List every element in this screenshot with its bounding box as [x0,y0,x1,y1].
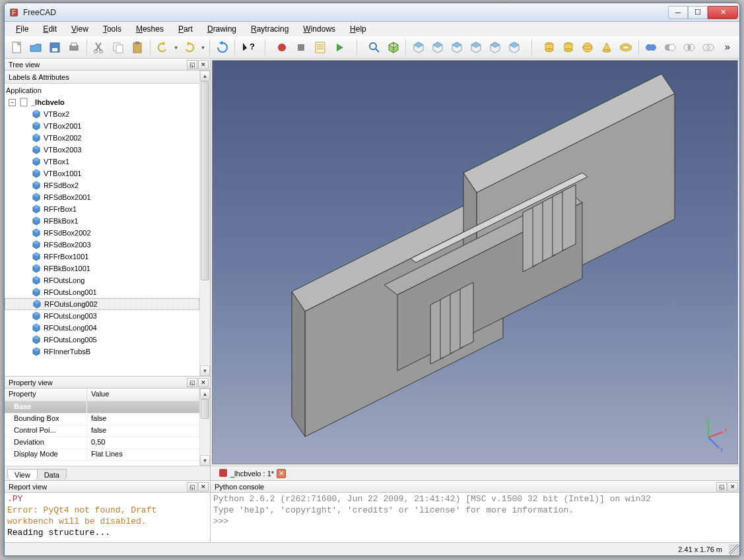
close-button[interactable]: ✕ [708,6,738,19]
new-doc-icon[interactable] [7,38,25,57]
dock-button[interactable]: ◱ [187,378,197,387]
menu-help[interactable]: Help [343,22,374,36]
panel-close-button[interactable]: ✕ [198,482,209,491]
save-icon[interactable] [46,38,63,57]
menu-raytracing[interactable]: Raytracing [244,22,296,36]
cylinder2-icon[interactable] [559,38,577,57]
back-icon[interactable] [467,38,485,57]
menu-windows[interactable]: Windows [296,22,343,36]
tree-root[interactable]: Application [5,84,199,96]
property-row[interactable]: Bounding Boxfalse [5,414,199,425]
play-icon[interactable] [331,38,349,57]
torus-icon[interactable] [617,38,634,57]
scroll-down-button[interactable]: ▼ [200,365,210,376]
bool-union-icon[interactable] [642,38,660,57]
tree-item[interactable]: VTBox1 [5,156,199,168]
document-tab[interactable]: _lhcbvelo : 1* ✕ [215,467,290,480]
report-body[interactable]: .PYError: PyQt4 not found, Draftworkbenc… [5,493,210,542]
macro-icon[interactable] [312,38,329,57]
tree-item[interactable]: RFOutsLong004 [5,322,199,334]
property-scrollbar[interactable]: ▲ ▼ [199,389,210,466]
menu-tools[interactable]: Tools [96,22,129,36]
cone-icon[interactable] [597,38,615,57]
tab-close-button[interactable]: ✕ [277,469,286,478]
menu-file[interactable]: File [9,22,36,36]
scroll-down-button[interactable]: ▼ [200,455,210,466]
col-property[interactable]: Property [5,389,87,401]
bottom-icon[interactable] [487,38,504,57]
tree-scrollbar[interactable]: ▲ ▼ [199,71,210,376]
iso-icon[interactable] [384,38,402,57]
tree-item[interactable]: RFOutsLong001 [5,286,199,298]
dock-button[interactable]: ◱ [187,482,197,491]
dropdown-arrow-icon[interactable]: ▼ [200,45,207,51]
property-tab-view[interactable]: View [7,469,38,480]
whatsthis-icon[interactable]: ? [238,38,256,57]
zoom-fit-icon[interactable] [365,38,383,57]
sphere-icon[interactable] [578,38,596,57]
minimize-button[interactable]: ─ [668,6,688,19]
cylinder-icon[interactable] [540,38,558,57]
resize-grip[interactable] [729,544,739,555]
bool-section-icon[interactable] [700,38,718,57]
tree-item[interactable]: RFSdBox2 [5,179,199,191]
paste-icon[interactable] [129,38,147,57]
tree-item[interactable]: RFBkBox1001 [5,263,199,274]
right-icon[interactable] [448,38,465,57]
menu-view[interactable]: View [64,22,96,36]
menu-part[interactable]: Part [171,22,200,36]
print-icon[interactable] [65,38,83,57]
bool-cut-icon[interactable] [661,38,679,57]
viewport-3d[interactable]: x y z [212,60,738,464]
scroll-up-button[interactable]: ▲ [200,71,210,81]
tree-item[interactable]: RFOutsLong002 [5,298,199,310]
front-icon[interactable] [409,38,427,57]
tree-item[interactable]: RFOutsLong003 [5,310,199,322]
record-icon[interactable] [273,38,291,57]
menu-drawing[interactable]: Drawing [200,22,244,36]
panel-close-button[interactable]: ✕ [198,60,209,69]
tree-item[interactable]: RFBkBox1 [5,215,199,227]
undo-icon[interactable] [154,38,172,57]
copy-icon[interactable] [110,38,127,57]
dock-button[interactable]: ◱ [187,60,197,69]
tree-item[interactable]: RFSdBox2002 [5,227,199,239]
dock-button[interactable]: ◱ [716,482,727,491]
menu-meshes[interactable]: Meshes [129,22,171,36]
console-body[interactable]: Python 2.6.2 (r262:71600, Jun 22 2009, 2… [211,493,739,542]
refresh-icon[interactable] [213,38,231,57]
property-row[interactable]: Display ModeFlat Lines [5,449,199,461]
tree-item[interactable]: RFFrBox1001 [5,251,199,263]
tree-item[interactable]: RFOutsLong [5,274,199,286]
tree-item[interactable]: VTBox2001 [5,120,199,132]
tree-item[interactable]: RFFrBox1 [5,203,199,215]
panel-close-button[interactable]: ✕ [198,378,209,387]
redo-icon[interactable] [181,38,199,57]
stop-icon[interactable] [292,38,310,57]
tree-body[interactable]: Application−_lhcbveloVTBox2VTBox2001VTBo… [5,84,199,376]
open-icon[interactable] [26,38,44,57]
col-value[interactable]: Value [87,389,199,401]
tree-document[interactable]: −_lhcbvelo [5,96,199,108]
scroll-up-button[interactable]: ▲ [200,389,210,399]
cut-icon[interactable] [90,38,108,57]
maximize-button[interactable]: ☐ [688,6,708,19]
bool-intersect-icon[interactable] [681,38,698,57]
tree-item[interactable]: RFInnerTubsB [5,346,199,358]
property-tab-data[interactable]: Data [37,469,67,480]
property-body[interactable]: BaseBounding BoxfalseControl Poi...false… [5,402,199,466]
panel-close-button[interactable]: ✕ [727,482,738,491]
top-icon[interactable] [428,38,446,57]
menu-edit[interactable]: Edit [36,22,64,36]
overflow-icon[interactable]: » [719,38,737,57]
dropdown-arrow-icon[interactable]: ▼ [173,45,180,51]
tree-item[interactable]: VTBox1001 [5,168,199,179]
left-icon[interactable] [506,38,524,57]
tree-item[interactable]: VTBox2002 [5,132,199,144]
property-row[interactable]: Deviation0,50 [5,437,199,449]
tree-item[interactable]: VTBox2003 [5,144,199,156]
expand-toggle-icon[interactable]: − [9,99,16,106]
property-group[interactable]: Base [5,402,199,414]
tree-item[interactable]: RFSdBox2003 [5,239,199,251]
tree-item[interactable]: VTBox2 [5,108,199,120]
